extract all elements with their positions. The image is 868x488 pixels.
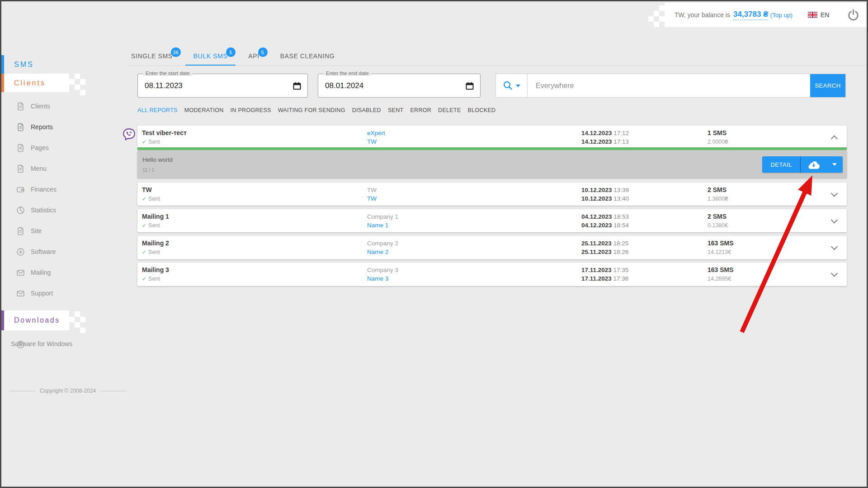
sidebar-section-sms-label: SMS — [14, 61, 34, 69]
report-type-tabs: SINGLE SMS 36 BULK SMS 5 API 5 BASE CLEA… — [130, 46, 335, 66]
sidebar-section-sms[interactable]: SMS — [1, 55, 69, 74]
report-name: Mailing 3 — [142, 266, 169, 274]
sms-cost: 14.2695€ — [708, 275, 734, 283]
sender-link[interactable]: TW — [367, 137, 385, 146]
tab-label: BASE CLEANING — [280, 52, 335, 60]
sidebar-menu: Clients Reports Pages Menu Finances Stat… — [1, 96, 105, 304]
sidebar-item-label: Finances — [31, 186, 57, 193]
power-icon[interactable] — [847, 9, 859, 21]
sms-cost: 2.0000₴ — [708, 138, 728, 146]
status-tab-blocked[interactable]: BLOCKED — [468, 107, 496, 113]
balance-value[interactable]: 34,3783 ₴ — [733, 10, 769, 20]
detail-button[interactable]: DETAIL — [762, 156, 800, 173]
report-name-cell: Test viber-тест ✓Sent — [142, 129, 187, 146]
sms-count: 1 SMS — [708, 129, 728, 137]
report-row[interactable]: Mailing 2 ✓Sent Company 2 Name 2 25.11.2… — [137, 236, 847, 259]
status-tab-disabled[interactable]: DISABLED — [352, 107, 381, 113]
sender-link[interactable]: TW — [367, 194, 377, 203]
sender-link[interactable]: Name 2 — [367, 248, 398, 256]
sender-link[interactable]: Name 1 — [367, 221, 398, 230]
chevron-down-icon[interactable] — [831, 190, 838, 197]
report-row[interactable]: TW ✓Sent TW TW 10.12.2023 13:39 10.12.20… — [137, 183, 847, 206]
search-bar: SEARCH — [495, 74, 846, 98]
report-name: Mailing 1 — [142, 212, 169, 221]
pie-chart-icon — [16, 206, 25, 215]
sidebar-section-clients[interactable]: Clients — [1, 74, 69, 92]
language-selector[interactable]: EN — [808, 11, 829, 19]
sidebar-item-site[interactable]: Site — [1, 221, 105, 241]
sidebar-item-statistics[interactable]: Statistics — [1, 200, 105, 221]
sidebar-item-clients[interactable]: Clients — [1, 96, 105, 117]
chevron-up-icon[interactable] — [831, 135, 838, 142]
sidebar-item-label: Reports — [31, 123, 53, 131]
sms-cost: 14.1213€ — [708, 248, 734, 256]
start-date-field: Enter the start date — [137, 74, 308, 98]
sidebar-item-label: Pages — [31, 144, 49, 151]
document-icon — [16, 102, 25, 111]
sidebar-item-pages[interactable]: Pages — [1, 137, 105, 158]
wallet-icon — [16, 185, 25, 194]
status-tab-in-progress[interactable]: IN PROGRESS — [231, 107, 271, 113]
download-icon — [16, 248, 25, 256]
sidebar-item-mailing[interactable]: Mailing — [1, 262, 105, 283]
report-status: ✓Sent — [142, 248, 169, 256]
status-tab-sent[interactable]: SENT — [388, 107, 404, 113]
sidebar-item-label: Site — [31, 227, 42, 235]
cloud-download-button[interactable] — [801, 156, 826, 173]
sidebar-item-software[interactable]: Software — [1, 241, 105, 262]
top-up-link[interactable]: (Top up) — [770, 12, 793, 19]
chevron-down-icon[interactable] — [831, 243, 838, 250]
status-tab-all-reports[interactable]: ALL REPORTS — [137, 107, 178, 113]
document-icon — [16, 227, 25, 235]
sender-link[interactable]: Name 3 — [367, 274, 398, 283]
start-date-input[interactable] — [138, 74, 307, 97]
sidebar-item-label: Clients — [31, 103, 50, 110]
download-options-dropdown[interactable] — [826, 156, 843, 173]
report-row[interactable]: Test viber-тест ✓Sent eXpert TW 14.12.20… — [137, 126, 847, 150]
check-icon: ✓ — [142, 196, 146, 202]
message-counter: 11 / 1 — [142, 167, 155, 173]
report-row[interactable]: Mailing 3 ✓Sent Company 3 Name 3 17.11.2… — [137, 263, 847, 286]
report-name: Test viber-тест — [142, 129, 187, 137]
status-tab-waiting-for-sending[interactable]: WAITING FOR SENDING — [278, 107, 345, 113]
sender-link[interactable]: eXpert — [367, 129, 385, 137]
tab-bulk-sms[interactable]: BULK SMS 5 — [193, 52, 229, 66]
tab-api[interactable]: API 5 — [247, 52, 260, 66]
copyright-text: Copyright © 2008-2024 — [40, 388, 96, 394]
report-status: ✓Sent — [142, 275, 169, 283]
calendar-icon[interactable] — [293, 82, 301, 90]
status-tab-moderation[interactable]: MODERATION — [184, 107, 224, 113]
balance-label: TW, your balance is — [675, 11, 730, 19]
search-scope-dropdown[interactable] — [496, 74, 528, 97]
calendar-icon[interactable] — [466, 82, 474, 90]
language-label: EN — [821, 11, 829, 19]
status-tab-delete[interactable]: DELETE — [438, 107, 461, 113]
sidebar-item-label: Mailing — [31, 269, 51, 276]
search-button[interactable]: SEARCH — [810, 74, 845, 97]
sidebar-item-label: Support — [31, 290, 53, 297]
tab-single-sms[interactable]: SINGLE SMS 36 — [130, 52, 174, 66]
sidebar-item-label: Software — [31, 248, 56, 255]
sidebar-section-downloads-label: Downloads — [14, 316, 60, 324]
report-row[interactable]: Mailing 1 ✓Sent Company 1 Name 1 04.12.2… — [137, 209, 847, 232]
sms-cost: 0.1380€ — [708, 221, 728, 230]
report-dates-cell: 14.12.2023 17:12 14.12.2023 17:13 — [581, 129, 629, 146]
sidebar-item-menu[interactable]: Menu — [1, 158, 105, 179]
message-text: Hello world — [142, 156, 173, 163]
sidebar-item-reports[interactable]: Reports — [1, 117, 105, 137]
chevron-down-icon[interactable] — [831, 270, 838, 277]
sidebar-section-downloads[interactable]: Downloads — [1, 310, 69, 330]
detail-button-group: DETAIL — [762, 156, 843, 173]
sender-name: Company 2 — [367, 239, 398, 248]
status-tab-error[interactable]: ERROR — [410, 107, 431, 113]
sidebar-item-support[interactable]: Support — [1, 283, 105, 304]
sidebar-item-software-for-windows[interactable]: Software for Windows — [1, 338, 87, 350]
tab-base-cleaning[interactable]: BASE CLEANING — [279, 52, 336, 66]
sidebar-item-finances[interactable]: Finances — [1, 179, 105, 200]
chevron-down-icon[interactable] — [831, 216, 838, 224]
sidebar-item-label: Statistics — [31, 206, 56, 214]
search-input[interactable] — [528, 74, 810, 97]
viber-icon — [122, 128, 136, 143]
end-date-input[interactable] — [318, 74, 480, 97]
report-status: ✓Sent — [142, 221, 169, 230]
